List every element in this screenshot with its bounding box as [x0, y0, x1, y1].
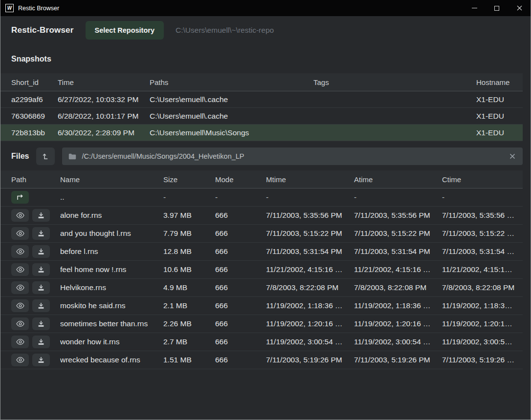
file-ctime: 7/11/2003, 5:19:26 PM	[442, 356, 523, 364]
file-name: wonder how it.rns	[60, 337, 163, 346]
download-file-button[interactable]	[32, 209, 50, 222]
file-row[interactable]: alone for.rns 3.97 MB 666 7/11/2003, 5:3…	[0, 207, 523, 225]
download-file-button[interactable]	[32, 317, 50, 330]
download-file-button[interactable]	[32, 227, 50, 240]
file-name: Helvikone.rns	[60, 283, 163, 292]
minimize-button[interactable]	[463, 0, 486, 16]
file-name: feel home now !.rns	[60, 265, 163, 274]
download-file-button[interactable]	[32, 245, 50, 258]
file-row[interactable]: Helvikone.rns 4.9 MB 666 7/8/2003, 8:22:…	[0, 279, 523, 297]
file-name: moskito he said.rns	[60, 301, 163, 310]
file-row[interactable]: before l.rns 12.8 MB 666 7/11/2003, 5:31…	[0, 243, 523, 261]
download-icon	[38, 338, 44, 345]
file-row[interactable]: wrecked because of.rns 1.51 MB 666 7/11/…	[0, 351, 523, 369]
column-header-path: Path	[11, 175, 60, 184]
snapshot-time: 6/28/2022, 10:01:17 PM	[58, 112, 150, 121]
file-size: 10.6 MB	[163, 265, 215, 274]
file-size: 4.9 MB	[163, 283, 215, 292]
up-arrow-icon	[42, 153, 49, 160]
parent-directory-mode: -	[215, 193, 266, 202]
file-row[interactable]: wonder how it.rns 2.7 MB 666 11/19/2002,…	[0, 333, 523, 351]
snapshot-row[interactable]: a2299af6 6/27/2022, 10:03:32 PM C:\Users…	[0, 91, 523, 108]
download-file-button[interactable]	[32, 299, 50, 312]
parent-directory-button[interactable]	[11, 191, 29, 204]
file-size: 3.97 MB	[163, 211, 215, 220]
file-mtime: 7/11/2003, 5:15:22 PM	[266, 229, 354, 238]
eye-icon	[16, 320, 24, 327]
parent-directory-row[interactable]: .. - - - - -	[0, 189, 523, 207]
snapshot-paths: C:\Users\emuell\Music\Songs	[150, 128, 313, 137]
file-ctime: 7/11/2003, 5:35:56 PM	[442, 211, 523, 220]
file-name: wrecked because of.rns	[60, 356, 163, 364]
titlebar: W Restic Browser	[0, 0, 531, 16]
preview-file-button[interactable]	[11, 317, 29, 330]
files-table-header: Path Name Size Mode Mtime Atime Ctime	[0, 170, 523, 189]
preview-file-button[interactable]	[11, 227, 29, 240]
eye-icon	[16, 338, 24, 345]
file-atime: 7/11/2003, 5:19:26 PM	[354, 356, 442, 364]
eye-icon	[16, 212, 24, 219]
column-header-size: Size	[163, 175, 215, 184]
download-file-button[interactable]	[32, 336, 50, 348]
file-row[interactable]: and you thought l.rns 7.79 MB 666 7/11/2…	[0, 225, 523, 243]
file-row[interactable]: feel home now !.rns 10.6 MB 666 11/21/20…	[0, 261, 523, 279]
column-header-short-id: Short_id	[11, 78, 58, 86]
file-atime: 7/11/2003, 5:31:54 PM	[354, 247, 442, 256]
column-header-time: Time	[58, 78, 150, 86]
app-header: Restic-Browser Select Repository C:\User…	[0, 16, 531, 44]
download-icon	[38, 248, 44, 255]
files-heading: Files	[11, 152, 29, 161]
download-file-button[interactable]	[32, 263, 50, 276]
folder-icon	[68, 153, 76, 160]
snapshot-hostname: X1-EDU	[476, 112, 523, 121]
preview-file-button[interactable]	[11, 299, 29, 312]
download-icon	[38, 357, 44, 363]
column-header-ctime: Ctime	[442, 175, 523, 184]
file-row[interactable]: sometimes better than.rns 2.26 MB 666 11…	[0, 315, 523, 333]
file-size: 1.51 MB	[163, 356, 215, 364]
go-to-parent-button[interactable]	[36, 147, 55, 165]
parent-directory-ctime: -	[442, 193, 523, 202]
eye-icon	[16, 248, 24, 255]
file-size: 12.8 MB	[163, 247, 215, 256]
file-name: and you thought l.rns	[60, 229, 163, 238]
preview-file-button[interactable]	[11, 245, 29, 258]
select-repository-button[interactable]: Select Repository	[86, 21, 164, 40]
file-atime: 7/11/2003, 5:15:22 PM	[354, 229, 442, 238]
download-file-button[interactable]	[32, 281, 50, 294]
preview-file-button[interactable]	[11, 336, 29, 348]
column-header-paths: Paths	[150, 78, 313, 86]
file-atime: 11/19/2002, 3:00:54 …	[354, 337, 442, 346]
file-mtime: 7/11/2003, 5:35:56 PM	[266, 211, 354, 220]
app-logo-icon: W	[5, 4, 14, 12]
file-mode: 666	[215, 356, 266, 364]
repository-path: C:\Users\emuell\~\restic-repo	[176, 26, 274, 35]
file-path-value: /C:/Users/emuell/Music/Songs/2004_Helvet…	[82, 152, 501, 160]
clear-path-button[interactable]	[507, 150, 518, 162]
maximize-icon	[494, 6, 499, 11]
file-name: alone for.rns	[60, 211, 163, 220]
file-mode: 666	[215, 229, 266, 238]
download-file-button[interactable]	[32, 354, 50, 366]
file-row[interactable]: moskito he said.rns 2.1 MB 666 11/19/200…	[0, 297, 523, 315]
preview-file-button[interactable]	[11, 354, 29, 366]
preview-file-button[interactable]	[11, 209, 29, 222]
maximize-button[interactable]	[486, 0, 508, 16]
file-name: before l.rns	[60, 247, 163, 256]
close-button[interactable]	[508, 0, 531, 16]
file-ctime: 11/19/2002, 1:20:16 …	[442, 319, 523, 328]
download-icon	[38, 212, 44, 219]
files-table-body: alone for.rns 3.97 MB 666 7/11/2003, 5:3…	[0, 207, 531, 369]
snapshot-time: 6/30/2022, 2:28:09 PM	[58, 128, 150, 137]
clear-icon	[509, 153, 515, 159]
file-ctime: 11/19/2002, 1:18:36 …	[442, 301, 523, 310]
file-mode: 666	[215, 247, 266, 256]
file-ctime: 7/11/2003, 5:15:22 PM	[442, 229, 523, 238]
preview-file-button[interactable]	[11, 263, 29, 276]
file-path-input[interactable]: /C:/Users/emuell/Music/Songs/2004_Helvet…	[62, 147, 523, 165]
preview-file-button[interactable]	[11, 281, 29, 294]
parent-directory-size: -	[163, 193, 215, 202]
snapshot-row[interactable]: 72b813bb 6/30/2022, 2:28:09 PM C:\Users\…	[0, 125, 523, 141]
snapshot-row[interactable]: 76306869 6/28/2022, 10:01:17 PM C:\Users…	[0, 108, 523, 125]
file-ctime: 11/19/2002, 3:00:54 …	[442, 337, 523, 346]
